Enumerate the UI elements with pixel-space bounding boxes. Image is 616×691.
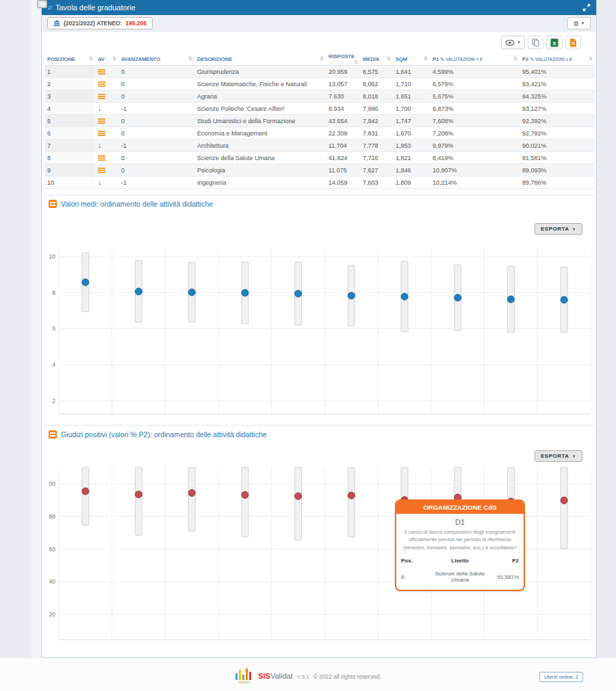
av-equal-icon (98, 69, 105, 75)
cell-descrizione: Psicologia (194, 164, 326, 177)
cell-sqm: 1,710 (393, 78, 430, 90)
cell-descrizione: Studi Umanistici e della Formazione (194, 115, 326, 127)
data-point[interactable] (242, 289, 248, 296)
tooltip-value-livello: Scienze della Salute Umana (427, 565, 493, 584)
cell-av: ↓ (95, 103, 118, 115)
fullscreen-icon[interactable] (582, 3, 591, 12)
cell-descrizione: Giurisprudenza (194, 66, 326, 78)
section-title-giudizi-positivi: Giudizi positivi (valori % P2): ordiname… (49, 430, 267, 439)
cell-av (95, 164, 118, 177)
cell-av (95, 127, 118, 140)
column-header-p1[interactable]: P1 % VALUTAZIONI < 6⇅ (430, 53, 519, 66)
column-visibility-button[interactable]: ▼ (501, 36, 525, 49)
table-row[interactable]: 80Scienze della Salute Umana41.8247,7161… (44, 152, 595, 164)
column-header-av[interactable]: AV⇅ (95, 53, 118, 66)
chart-section-icon (49, 200, 57, 208)
error-bar (136, 467, 142, 535)
data-point[interactable] (348, 292, 355, 299)
y-tick-label: 4 (52, 361, 55, 368)
cell-avanzamento: 0 (118, 115, 194, 127)
chart-tooltip: ORGANIZZAZIONE CdS D1 Il carico di lavor… (395, 499, 525, 591)
data-point[interactable] (136, 288, 142, 295)
table-row[interactable]: 10Giurisprudenza20.9598,5751,6414,599%95… (44, 66, 595, 78)
table-row[interactable]: 30Agraria7.6308,0181,6515,675%94,325% (44, 90, 595, 103)
ateneo-filter-label: (2021/2022) ATENEO: (64, 20, 123, 27)
cell-p2: 95,401% (519, 66, 595, 78)
table-row[interactable]: 7↓-1Architettura11.7047,7781,9539,979%90… (44, 140, 595, 152)
data-point[interactable] (401, 294, 408, 300)
export-button-chart1[interactable]: ESPORTA ▼ (535, 223, 582, 235)
export-button-chart2[interactable]: ESPORTA ▼ (535, 450, 582, 462)
table-row[interactable]: 20Scienze Matematiche, Fisiche e Natural… (44, 78, 595, 90)
data-point[interactable] (348, 492, 355, 499)
cell-p1: 7,208% (430, 127, 519, 140)
data-point[interactable] (295, 493, 302, 499)
app-version: V 5.1 (297, 674, 309, 680)
cell-avanzamento: 0 (118, 66, 194, 78)
error-bar (242, 467, 248, 536)
data-point[interactable] (507, 296, 514, 303)
cell-sqm: 1,846 (393, 164, 430, 177)
data-point[interactable] (454, 294, 461, 301)
table-row[interactable]: 10↓-1Ingegneria14.0597,6031,80910,214%89… (44, 177, 595, 189)
data-point[interactable] (188, 490, 195, 497)
table-row[interactable]: 90Psicologia11.0757,6271,84610,907%89,09… (44, 164, 595, 177)
settings-button[interactable]: ⚙ ▼ (567, 17, 591, 29)
cell-media: 7,716 (360, 152, 393, 164)
data-point[interactable] (242, 491, 248, 498)
cell-media: 7,831 (360, 127, 393, 140)
cell-posizione: 2 (44, 78, 95, 90)
column-header-sqm[interactable]: SQM⇅ (393, 53, 430, 66)
data-point[interactable] (295, 290, 302, 297)
column-header-media[interactable]: MEDIA⇅ (360, 53, 393, 66)
data-point[interactable] (82, 488, 89, 495)
cell-sqm: 1,953 (393, 140, 430, 152)
copy-button[interactable] (528, 36, 543, 49)
table-row[interactable]: 60Economia e Management22.3097,8311,6707… (44, 127, 595, 140)
brand-sis: SIS (258, 672, 270, 680)
cell-media: 8,018 (360, 90, 393, 103)
av-down-icon: ↓ (98, 141, 102, 149)
logo-word-part: Val (238, 680, 243, 684)
column-header-avanzamento[interactable]: AVANZAMENTO⇅ (118, 53, 194, 66)
y-tick-label: 100 (49, 480, 55, 487)
section-title-text: Valori medi: ordinamento delle attività … (61, 200, 213, 208)
cell-risposte: 8.934 (326, 103, 360, 115)
cell-sqm: 1,821 (393, 152, 430, 164)
table-row[interactable]: 50Studi Umanistici e della Formazione43.… (44, 115, 595, 127)
data-point[interactable] (561, 296, 567, 303)
y-tick-label: 20 (49, 611, 56, 618)
data-point[interactable] (136, 491, 142, 498)
table-header-row: POSIZIONE⇅AV⇅AVANZAMENTO⇅DESCRIZIONE⇅RIS… (44, 53, 595, 66)
cell-descrizione: Architettura (194, 140, 326, 152)
data-point[interactable] (188, 289, 195, 296)
cell-avanzamento: 0 (118, 164, 194, 177)
data-point[interactable] (82, 279, 89, 286)
y-tick-label: 10 (49, 253, 56, 260)
data-point[interactable] (561, 497, 567, 504)
cell-risposte: 11.704 (326, 140, 360, 152)
cell-descrizione: Scienze Politiche 'Cesare Alfieri' (194, 103, 326, 115)
error-bar (295, 467, 302, 540)
cell-risposte: 43.654 (326, 115, 360, 127)
av-equal-icon (98, 81, 105, 87)
ateneo-filter-button[interactable]: (2021/2022) ATENEO: 195.205 (47, 17, 153, 29)
chevron-down-icon: ▼ (581, 21, 585, 25)
column-header-descrizione[interactable]: DESCRIZIONE⇅ (194, 53, 326, 66)
chevron-down-icon: ▼ (572, 227, 576, 231)
csv-export-button[interactable] (565, 36, 581, 49)
table-row[interactable]: 4↓-1Scienze Politiche 'Cesare Alfieri'8.… (44, 103, 595, 115)
y-tick-label: 40 (49, 578, 56, 585)
column-header-risposte[interactable]: RISPOSTE⇅ (326, 53, 360, 66)
cell-av: ↓ (95, 140, 118, 152)
cell-avanzamento: -1 (118, 103, 194, 115)
excel-export-button[interactable]: X (546, 36, 563, 49)
cell-p1: 10,214% (430, 177, 519, 189)
cell-posizione: 7 (44, 140, 95, 152)
column-header-p2[interactable]: P2 % VALUTAZIONI ≥ 6⇅ (519, 53, 595, 66)
column-header-posizione[interactable]: POSIZIONE⇅ (44, 53, 95, 66)
sidebar-collapse-icon[interactable] (37, 0, 47, 8)
cell-avanzamento: 0 (118, 127, 194, 140)
users-online-badge[interactable]: Utenti online: 2 (539, 672, 583, 682)
cell-media: 7,603 (360, 177, 393, 189)
